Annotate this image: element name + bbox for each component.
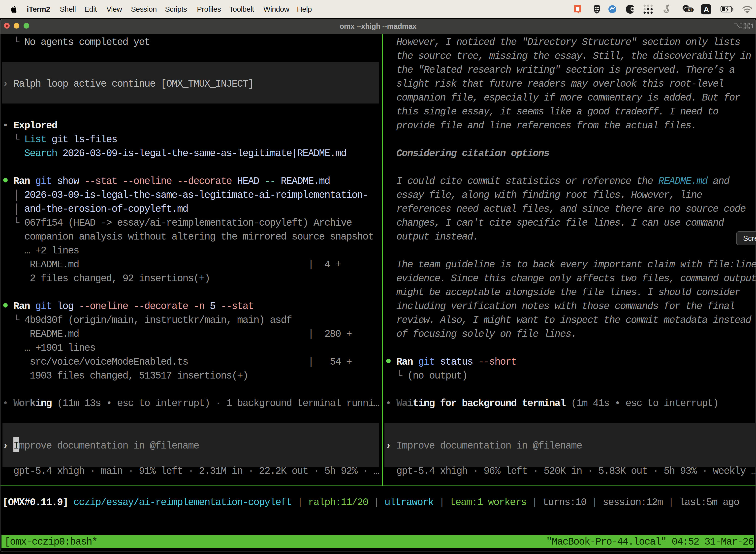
svg-text:..61: ..61 [686, 8, 692, 12]
svg-text:1: 1 [751, 22, 754, 30]
svg-text:A: A [704, 5, 709, 13]
